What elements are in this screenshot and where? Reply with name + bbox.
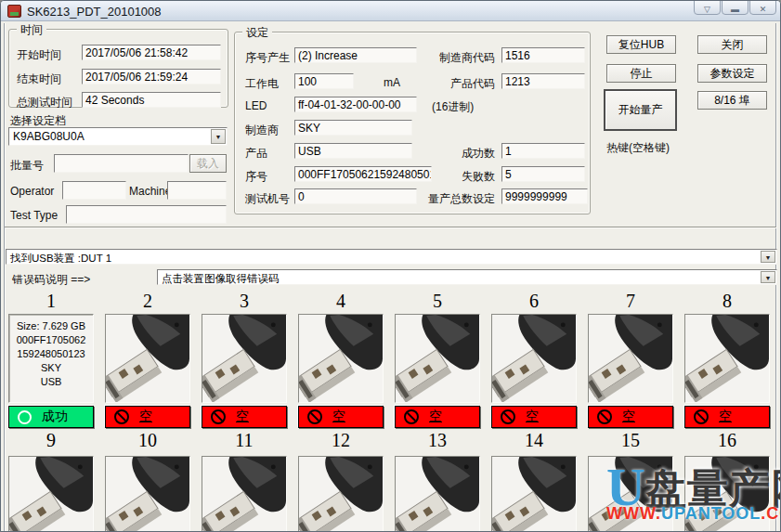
total-label: 量产总数设定 (417, 191, 495, 207)
close-button[interactable]: ✕ (749, 0, 776, 15)
vendor-field[interactable]: SKY (294, 120, 412, 136)
start-production-button[interactable]: 开始量产 (604, 89, 677, 131)
device-image[interactable] (105, 456, 190, 532)
success-count-field[interactable]: 1 (501, 143, 585, 159)
device-image[interactable] (202, 456, 287, 532)
device-number: 2 (105, 291, 190, 312)
batch-label: 批量号 (10, 158, 44, 174)
prohibition-icon (404, 409, 419, 424)
machine-no-field[interactable]: 0 (294, 188, 417, 204)
device-image[interactable] (491, 456, 577, 532)
device-image[interactable] (8, 456, 94, 532)
panel-divider (5, 227, 776, 228)
test-type-input[interactable] (66, 205, 227, 224)
ports-button[interactable]: 8/16 埠 (697, 91, 767, 110)
usb-drive-photo (106, 315, 189, 402)
time-groupbox: 时间 开始时间 2017/05/06 21:58:42 结束时间 2017/05… (8, 29, 228, 108)
window-title: SK6213_PDT_20101008 (27, 5, 162, 19)
machine-label: Machine (129, 185, 171, 198)
batch-input[interactable] (54, 154, 189, 173)
status-empty: 空 (105, 406, 190, 428)
chevron-down-icon[interactable]: ▼ (211, 129, 226, 144)
device-image[interactable] (395, 456, 480, 532)
profile-select-value: K9ABG08U0A (13, 130, 85, 143)
maximize-button[interactable]: ▬ (722, 0, 748, 15)
success-count-label: 成功数 (417, 146, 495, 162)
serial-gen-field[interactable]: (2) Increase (294, 47, 417, 63)
close-icon: ✕ (760, 5, 767, 14)
vendor-label: 制造商 (245, 123, 279, 138)
chevron-down-icon[interactable]: ▼ (761, 271, 775, 283)
led-field[interactable]: ff-04-01-32-00-00-00 (294, 97, 417, 112)
reset-hub-button[interactable]: 复位HUB (606, 35, 676, 54)
app-icon (7, 5, 21, 18)
error-code-select[interactable]: 点击装置图像取得错误码 ▼ (157, 269, 777, 285)
minimize-button[interactable]: ▽ (694, 0, 721, 15)
total-time-field[interactable]: 42 Seconds (82, 92, 221, 108)
device-image[interactable] (395, 314, 480, 403)
led-label: LED (245, 99, 267, 112)
status-label: 空 (139, 409, 152, 425)
operator-input[interactable] (62, 181, 126, 200)
serial-field[interactable]: 000FF1705062159248050123 (294, 166, 432, 182)
total-field[interactable]: 9999999999 (501, 188, 588, 204)
panel-left-edge (4, 23, 6, 531)
time-group-legend: 时间 (17, 22, 46, 38)
device-number: 14 (491, 430, 577, 451)
chevron-down-icon[interactable]: ▼ (761, 251, 775, 263)
usb-drive-photo (299, 457, 383, 532)
device-image[interactable] (202, 314, 287, 403)
close-app-button[interactable]: 关闭 (697, 35, 767, 54)
stop-button[interactable]: 停止 (606, 64, 676, 83)
load-button[interactable]: 载入 (189, 154, 227, 173)
app-window: SK6213_PDT_20101008 ▽ ▬ ✕ 时间 开始时间 2017/0… (0, 0, 781, 532)
machine-input[interactable] (167, 181, 227, 200)
profile-select[interactable]: K9ABG08U0A ▼ (8, 127, 228, 146)
device-image[interactable] (588, 314, 673, 403)
device-image[interactable] (298, 456, 384, 532)
prohibition-icon (501, 409, 515, 424)
start-time-label: 开始时间 (17, 47, 61, 63)
status-empty: 空 (298, 406, 384, 428)
status-empty: 空 (491, 406, 577, 428)
machine-no-label: 测试机号 (245, 191, 290, 207)
vendor-code-field[interactable]: 1516 (501, 47, 585, 63)
status-label: 空 (719, 409, 732, 425)
device-number: 7 (588, 291, 673, 312)
product-code-label: 产品代码 (417, 76, 495, 92)
total-time-label: 总测试时间 (17, 95, 72, 110)
device-select[interactable]: 找到USB装置 :DUT 1 ▼ (6, 249, 777, 265)
device-image[interactable] (684, 314, 770, 403)
device-select-value: 找到USB装置 :DUT 1 (10, 253, 111, 264)
usb-drive-photo (396, 457, 479, 532)
device-number: 8 (684, 291, 770, 312)
params-button[interactable]: 参数设定 (697, 64, 767, 83)
device-image[interactable] (298, 314, 384, 403)
device-slots-row1: Size: 7.629 GB000FF1705062159248050123SK… (8, 314, 770, 403)
device-image[interactable] (105, 314, 190, 403)
device-info-cell[interactable]: Size: 7.629 GB000FF1705062159248050123SK… (8, 314, 94, 403)
settings-group-legend: 设定 (242, 25, 272, 41)
error-code-label: 错误码说明 ==> (12, 272, 90, 288)
title-bar[interactable]: SK6213_PDT_20101008 ▽ ▬ ✕ (1, 1, 780, 21)
current-field[interactable]: 100 (294, 73, 354, 89)
usb-drive-photo (202, 457, 286, 532)
end-time-field[interactable]: 2017/05/06 21:59:24 (82, 69, 221, 84)
device-number: 3 (202, 291, 287, 312)
serial-label: 序号 (245, 169, 267, 185)
device-number: 12 (298, 430, 384, 451)
fail-count-field[interactable]: 5 (501, 166, 585, 182)
device-image[interactable] (588, 456, 673, 532)
product-code-field[interactable]: 1213 (501, 73, 585, 89)
device-status-row1: 成功空空空空空空空 (8, 406, 770, 428)
start-time-field[interactable]: 2017/05/06 21:58:42 (82, 45, 221, 60)
usb-drive-photo (685, 315, 769, 402)
status-empty: 空 (395, 406, 480, 428)
device-number: 13 (395, 430, 480, 451)
serial-gen-label: 序号产生 (245, 50, 290, 66)
minimize-icon: ▽ (704, 5, 710, 14)
product-field[interactable]: USB (294, 143, 412, 159)
device-image[interactable] (491, 314, 577, 403)
device-image[interactable] (684, 456, 770, 532)
status-label: 空 (429, 409, 442, 425)
